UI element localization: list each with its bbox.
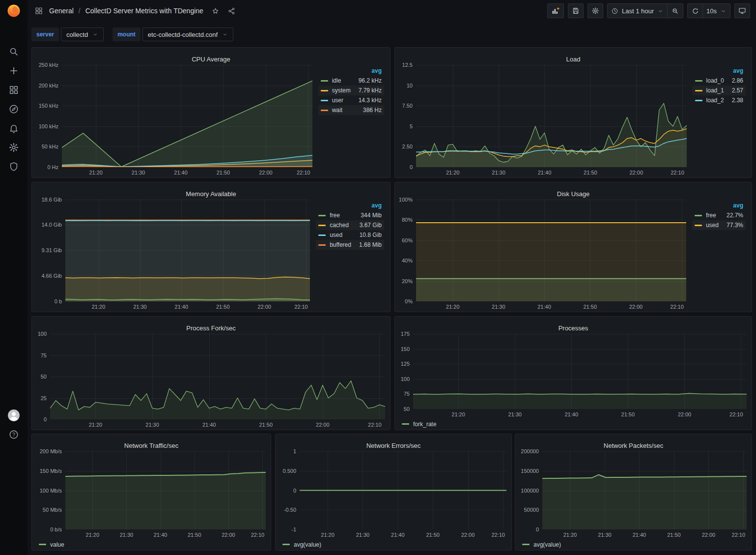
x-axis: 21:2021:3021:4021:5022:0022:10 xyxy=(300,529,506,539)
x-axis: 21:2021:3021:4021:5022:0022:10 xyxy=(413,409,747,419)
zoom-out-time-button[interactable] xyxy=(668,3,683,18)
breadcrumb-folder[interactable]: General xyxy=(49,7,74,15)
legend-series-dash-icon xyxy=(695,215,702,216)
server-admin-shield-icon[interactable] xyxy=(8,161,19,172)
legend-item[interactable]: system7.79 kHz xyxy=(318,86,384,95)
legend-series-name: cached xyxy=(330,222,349,229)
y-tick-label: 150 kHz xyxy=(39,103,58,109)
legend-item[interactable]: free344 Mib xyxy=(316,210,384,220)
plot-column: 0 b4.66 Gib9.31 Gib14.0 Gib18.6 Gib21:20… xyxy=(32,195,315,312)
panel-process-fork: Process Fork/sec025507510021:2021:3021:4… xyxy=(31,316,391,430)
user-avatar[interactable] xyxy=(7,409,20,422)
legend-series-name: load_2 xyxy=(706,97,724,104)
panel-memory-available: Memory Available0 b4.66 Gib9.31 Gib14.0 … xyxy=(31,182,391,312)
x-tick-label: 21:30 xyxy=(120,532,134,538)
legend-series-avg-value: 3.67 Gib xyxy=(360,222,382,229)
chart-canvas[interactable] xyxy=(416,200,686,301)
plot-row: 0 b4.66 Gib9.31 Gib14.0 Gib18.6 Gib xyxy=(35,200,310,301)
chart-canvas[interactable] xyxy=(65,451,266,529)
legend-item[interactable]: load_12.57 xyxy=(693,86,746,95)
legend-item[interactable]: value xyxy=(39,541,64,548)
legend: avg(value) xyxy=(279,539,506,550)
plot-row: -1-0.5000.5001 xyxy=(279,451,506,529)
legend-item[interactable]: load_02.86 xyxy=(693,76,746,86)
x-tick-label: 21:40 xyxy=(538,170,552,175)
star-icon[interactable] xyxy=(211,7,220,15)
chart-svg xyxy=(62,65,312,167)
chart-svg xyxy=(413,334,747,409)
legend-series-avg-value: 10.8 Gib xyxy=(360,232,382,238)
search-icon[interactable] xyxy=(8,46,19,57)
dashboards-icon[interactable] xyxy=(8,85,19,95)
y-tick-label: 75 xyxy=(404,391,410,397)
refresh-interval-picker[interactable]: 10s xyxy=(703,3,730,18)
create-icon[interactable] xyxy=(8,65,19,76)
y-axis: 0 Hz50 kHz100 kHz150 kHz200 kHz250 kHz xyxy=(35,65,62,167)
legend-item[interactable]: used77.3% xyxy=(692,220,746,230)
legend-item[interactable]: used10.8 Gib xyxy=(316,230,384,240)
save-dashboard-button[interactable] xyxy=(568,3,584,18)
plot-row: 5075100125150175 xyxy=(398,334,747,409)
variables-submenu: server collectd mount etc-collectd-colle… xyxy=(31,28,233,41)
chart-canvas[interactable] xyxy=(62,65,312,167)
y-tick-label: 100000 xyxy=(521,488,539,494)
legend-item[interactable]: buffered1.68 Mib xyxy=(316,240,384,250)
x-tick-label: 21:40 xyxy=(633,532,646,538)
legend-series-dash-icon xyxy=(318,234,326,236)
add-panel-button[interactable] xyxy=(547,3,564,18)
variable-value-dropdown[interactable]: collectd xyxy=(61,28,104,41)
alerting-bell-icon[interactable] xyxy=(8,123,19,134)
refresh-button[interactable] xyxy=(687,3,703,18)
legend-series-name: free xyxy=(330,212,340,219)
y-tick-label: 80% xyxy=(402,217,413,223)
dashboard-settings-button[interactable] xyxy=(588,3,603,18)
y-tick-label: 14.0 Gib xyxy=(41,222,62,228)
y-tick-label: 60% xyxy=(402,237,413,243)
y-tick-label: -1 xyxy=(291,526,296,532)
help-icon[interactable] xyxy=(8,429,19,440)
y-tick-label: 18.6 Gib xyxy=(41,197,62,203)
x-tick-label: 21:20 xyxy=(563,532,577,538)
dashboard-title[interactable]: CollectD Server Metrics with TDengine xyxy=(85,7,203,15)
x-tick-label: 21:50 xyxy=(621,411,635,417)
legend-item[interactable]: cached3.67 Gib xyxy=(316,220,384,230)
legend-series-dash-icon xyxy=(321,80,328,82)
variable-value-dropdown[interactable]: etc-collectd-collectd.conf xyxy=(142,28,233,41)
plot-column: 507510012515017521:2021:3021:4021:5022:0… xyxy=(395,329,752,430)
x-tick-label: 21:20 xyxy=(321,532,335,538)
x-tick-label: 21:50 xyxy=(426,532,440,538)
legend-item[interactable]: user14.3 kHz xyxy=(318,95,384,105)
chart-canvas[interactable] xyxy=(50,334,385,419)
legend-item[interactable]: free22.7% xyxy=(692,210,746,220)
y-tick-label: 250 kHz xyxy=(39,62,58,68)
configuration-gear-icon[interactable] xyxy=(8,142,19,153)
grafana-logo-icon[interactable] xyxy=(6,3,21,18)
explore-compass-icon[interactable] xyxy=(8,104,19,115)
legend-item[interactable]: avg(value) xyxy=(282,541,321,548)
chart-canvas[interactable] xyxy=(65,200,310,301)
legend-item[interactable]: idle96.2 kHz xyxy=(318,76,384,86)
dashboard-grid-icon[interactable] xyxy=(34,6,43,15)
time-range-picker[interactable]: Last 1 hour xyxy=(607,3,668,18)
legend-item[interactable]: fork_rate xyxy=(402,421,436,428)
grafana-dashboard: { "header": { "breadcrumb_section": "Gen… xyxy=(0,0,756,555)
y-tick-label: 200000 xyxy=(521,448,539,454)
y-tick-label: 175 xyxy=(401,331,410,337)
chart-canvas[interactable] xyxy=(413,334,747,409)
share-icon[interactable] xyxy=(227,7,236,15)
legend-series-name: load_1 xyxy=(706,87,724,94)
panel-disk-usage: Disk Usage0%20%40%60%80%100%21:2021:3021… xyxy=(394,182,752,312)
variable-label: server xyxy=(31,28,59,41)
chart-canvas[interactable] xyxy=(542,451,747,529)
legend-series-avg-value: 2.86 xyxy=(732,77,743,84)
legend-series-avg-value: 2.38 xyxy=(732,97,743,104)
legend-item[interactable]: avg(value) xyxy=(522,541,561,548)
legend-avg-header: avg xyxy=(371,202,382,209)
cycle-view-mode-button[interactable] xyxy=(734,3,750,18)
legend-item[interactable]: wait386 Hz xyxy=(318,105,384,115)
panel-load: Load02.5057.501012.521:2021:3021:4021:50… xyxy=(394,47,752,178)
legend-item[interactable]: load_22.38 xyxy=(693,95,746,105)
chart-canvas[interactable] xyxy=(300,451,506,529)
chart-canvas[interactable] xyxy=(416,65,687,167)
chart-svg xyxy=(50,334,385,419)
